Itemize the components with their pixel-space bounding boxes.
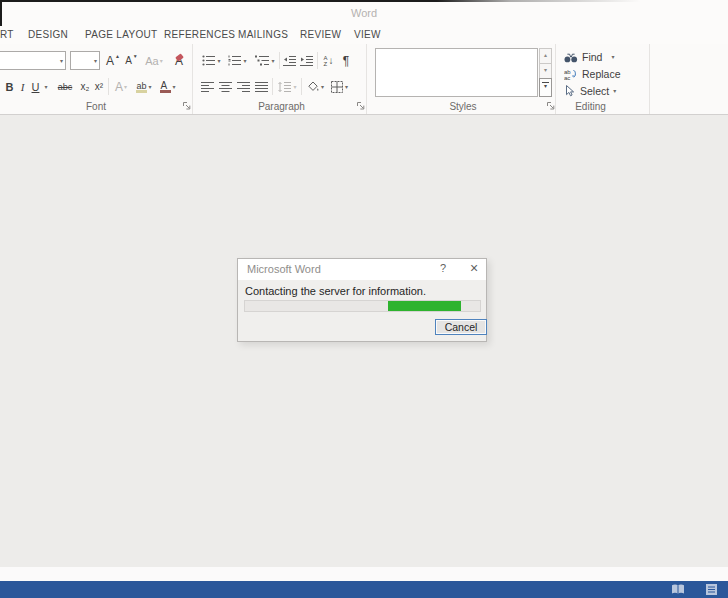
highlight-letters: ab [136, 81, 146, 91]
chevron-down-icon: ▾ [271, 58, 274, 64]
align-left-icon [201, 81, 215, 93]
text-effects-icon: A [115, 80, 123, 94]
increase-indent-button[interactable] [299, 51, 315, 70]
find-button[interactable]: Find ▾ [564, 49, 614, 65]
svg-text:ac: ac [564, 75, 570, 80]
close-icon[interactable]: × [466, 260, 482, 276]
underline-button[interactable]: U [29, 77, 42, 96]
clear-formatting-button[interactable]: A [169, 51, 189, 70]
align-right-button[interactable] [236, 77, 252, 96]
strikethrough-icon: abc [58, 82, 73, 92]
change-case-icon: Aa [145, 55, 158, 67]
print-layout-button[interactable] [705, 584, 719, 595]
font-group-label: Font [0, 101, 192, 112]
subscript-button[interactable]: x₂ [78, 77, 92, 96]
grow-font-button[interactable]: A▲ [104, 51, 122, 70]
select-button[interactable]: Select ▾ [564, 83, 616, 99]
paint-bucket-icon [307, 81, 320, 93]
scroll-down-icon: ▾ [544, 67, 547, 73]
chevron-down-icon: ▾ [148, 84, 151, 90]
highlight-color-button[interactable]: ab ▾ [133, 77, 155, 96]
help-button[interactable]: ? [436, 262, 450, 274]
launcher-icon [183, 102, 192, 111]
tab-mailings[interactable]: MAILINGS [238, 29, 288, 40]
superscript-button[interactable]: x² [92, 77, 106, 96]
sort-arrow-icon: ↓ [329, 55, 334, 66]
italic-icon: I [21, 81, 25, 93]
shading-button[interactable]: ▾ [304, 77, 327, 96]
tab-design[interactable]: DESIGN [28, 29, 68, 40]
font-color-letter: A [160, 80, 167, 91]
chevron-down-icon: ▾ [160, 58, 163, 64]
pilcrow-icon: ¶ [343, 54, 349, 68]
decrease-indent-button[interactable] [282, 51, 298, 70]
font-dialog-launcher[interactable] [183, 102, 192, 111]
bold-button[interactable]: B [3, 77, 16, 96]
underline-icon: U [32, 81, 40, 93]
underline-dropdown[interactable]: ▾ [42, 77, 50, 96]
strikethrough-button[interactable]: abc [53, 77, 77, 96]
divider [272, 78, 273, 95]
italic-button[interactable]: I [17, 77, 28, 96]
chevron-down-icon: ▾ [60, 58, 63, 64]
justify-button[interactable] [254, 77, 270, 96]
select-label: Select [580, 85, 609, 97]
gallery-scroll-up-button[interactable]: ▴ [539, 48, 552, 64]
align-right-icon [237, 81, 251, 93]
change-case-button[interactable]: Aa▾ [142, 51, 166, 70]
text-effects-button[interactable]: A▾ [111, 77, 131, 96]
bullets-button[interactable]: ▾ [200, 51, 223, 70]
dialog-title-bar[interactable]: Microsoft Word ? × [238, 259, 486, 280]
gallery-more-button[interactable]: ▾ [539, 78, 552, 97]
dialog-message: Contacting the server for information. [245, 285, 426, 297]
align-center-button[interactable] [218, 77, 234, 96]
cancel-button[interactable]: Cancel [435, 319, 487, 335]
window-top-border [0, 0, 728, 2]
shrink-font-icon: A [125, 55, 132, 66]
font-name-combobox[interactable]: ▾ [0, 51, 66, 70]
highlight-icon: ab [136, 81, 147, 93]
chevron-down-icon: ▾ [345, 84, 348, 90]
dialog-title: Microsoft Word [247, 263, 321, 275]
replace-label: Replace [582, 68, 621, 80]
justify-icon [255, 81, 269, 93]
ribbon: ▾ ▾ A▲ A▼ Aa▾ A B [0, 44, 728, 115]
styles-gallery[interactable] [375, 48, 538, 97]
font-size-combobox[interactable]: ▾ [70, 51, 100, 70]
tab-view[interactable]: VIEW [354, 29, 381, 40]
chevron-down-icon: ▾ [293, 84, 296, 90]
read-mode-button[interactable] [671, 584, 685, 595]
tab-review[interactable]: REVIEW [300, 29, 341, 40]
progress-fill [388, 301, 461, 311]
tab-references[interactable]: REFERENCES [164, 29, 235, 40]
chevron-down-icon: ▾ [172, 84, 175, 90]
shrink-font-button[interactable]: A▼ [123, 51, 140, 70]
gallery-scroll-down-button[interactable]: ▾ [539, 63, 552, 79]
chevron-down-icon: ▾ [94, 58, 97, 64]
line-spacing-button[interactable]: ▾ [275, 77, 300, 96]
sort-button[interactable]: A Z ↓ [319, 51, 338, 70]
align-left-button[interactable] [200, 77, 216, 96]
replace-icon: abac [564, 68, 578, 80]
chevron-down-icon: ▾ [611, 54, 614, 60]
select-cursor-icon [564, 85, 576, 97]
increase-indent-icon [300, 55, 314, 67]
borders-button[interactable]: ▾ [328, 77, 351, 96]
font-color-button[interactable]: A ▾ [157, 77, 179, 96]
editing-group: Find ▾ abac Replace Select ▾ Editing [558, 44, 650, 114]
tab-page-layout[interactable]: PAGE LAYOUT [85, 29, 157, 40]
clear-formatting-icon: A [175, 54, 183, 68]
tab-insert-partial[interactable]: RT [0, 29, 14, 40]
replace-button[interactable]: abac Replace [564, 66, 621, 82]
numbering-button[interactable]: ▾ [226, 51, 249, 70]
show-hide-pilcrow-button[interactable]: ¶ [340, 51, 352, 70]
styles-dialog-launcher[interactable] [547, 102, 556, 111]
divider [301, 78, 302, 95]
multilevel-list-button[interactable]: ▾ [252, 51, 278, 70]
font-group: ▾ ▾ A▲ A▼ Aa▾ A B [0, 44, 193, 114]
read-mode-icon [671, 584, 685, 595]
grow-font-icon: A [106, 54, 114, 68]
divider [108, 78, 109, 95]
decrease-indent-icon [283, 55, 297, 67]
paragraph-dialog-launcher[interactable] [357, 102, 366, 111]
